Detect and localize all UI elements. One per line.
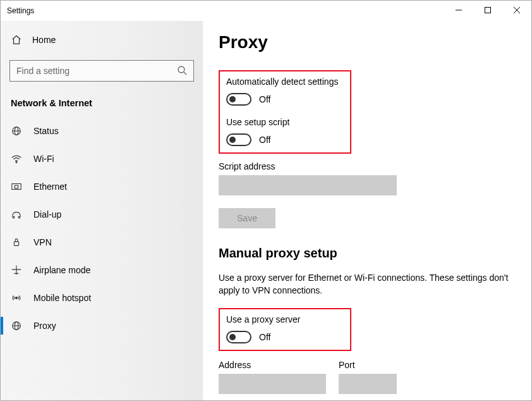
sidebar-item-hotspot[interactable]: Mobile hotspot: [1, 284, 203, 312]
sidebar-item-label: Airplane mode: [33, 265, 90, 275]
airplane-icon: [11, 264, 22, 276]
proxy-icon: [11, 320, 22, 331]
sidebar-item-proxy[interactable]: Proxy: [1, 312, 203, 340]
svg-rect-14: [14, 242, 18, 245]
vpn-icon: [11, 237, 22, 248]
svg-point-15: [16, 297, 18, 299]
use-proxy-state: Off: [259, 332, 270, 342]
script-address-label: Script address: [219, 161, 516, 171]
sidebar-item-label: Wi-Fi: [33, 154, 54, 164]
ethernet-icon: [11, 181, 22, 192]
window-title: Settings: [7, 6, 34, 15]
search-box[interactable]: [9, 60, 194, 82]
maximize-button[interactable]: [473, 1, 502, 20]
sidebar-item-airplane[interactable]: Airplane mode: [1, 256, 203, 284]
window-controls: [444, 1, 531, 20]
address-label: Address: [219, 360, 326, 370]
svg-line-5: [184, 72, 186, 75]
manual-description: Use a proxy server for Ethernet or Wi-Fi…: [219, 272, 509, 297]
sidebar-item-status[interactable]: Status: [1, 117, 203, 145]
svg-point-4: [178, 66, 184, 73]
sidebar: Home Network & Internet Status Wi-Fi E: [1, 21, 203, 400]
address-input[interactable]: [219, 374, 326, 394]
sidebar-item-ethernet[interactable]: Ethernet: [1, 173, 203, 200]
save-button[interactable]: Save: [219, 208, 275, 228]
sidebar-item-label: Ethernet: [33, 182, 67, 192]
hotspot-icon: [11, 292, 22, 304]
home-label: Home: [32, 35, 56, 45]
sidebar-item-label: VPN: [33, 237, 52, 247]
sidebar-item-wifi[interactable]: Wi-Fi: [1, 145, 203, 173]
home-icon: [11, 34, 22, 46]
home-nav[interactable]: Home: [1, 27, 203, 52]
wifi-icon: [11, 153, 22, 164]
svg-point-13: [18, 216, 20, 218]
sidebar-item-label: Dial-up: [33, 209, 61, 219]
auto-detect-toggle[interactable]: [226, 93, 251, 106]
auto-detect-state: Off: [259, 94, 270, 104]
content-area: Proxy Automatically detect settings Off …: [203, 21, 531, 400]
section-label: Network & Internet: [11, 98, 203, 108]
sidebar-item-vpn[interactable]: VPN: [1, 228, 203, 256]
svg-point-12: [13, 216, 15, 218]
port-label: Port: [339, 360, 397, 370]
port-input[interactable]: [339, 374, 397, 394]
manual-heading: Manual proxy setup: [219, 246, 516, 261]
svg-rect-11: [15, 185, 18, 188]
page-title: Proxy: [219, 32, 516, 52]
auto-detect-label: Automatically detect settings: [226, 77, 344, 87]
svg-point-9: [16, 162, 17, 163]
script-address-input[interactable]: [219, 175, 397, 195]
search-icon: [177, 65, 187, 77]
highlight-manual-section: Use a proxy server Off: [219, 308, 351, 351]
highlight-automatic-section: Automatically detect settings Off Use se…: [219, 70, 351, 154]
dialup-icon: [11, 209, 22, 220]
sidebar-item-label: Mobile hotspot: [33, 293, 91, 303]
minimize-button[interactable]: [444, 1, 473, 20]
search-input[interactable]: [16, 66, 177, 76]
svg-rect-1: [485, 8, 491, 13]
close-button[interactable]: [502, 1, 531, 20]
use-proxy-label: Use a proxy server: [226, 314, 344, 324]
use-proxy-toggle[interactable]: [226, 331, 251, 343]
setup-script-state: Off: [259, 135, 270, 145]
sidebar-item-dialup[interactable]: Dial-up: [1, 200, 203, 228]
setup-script-toggle[interactable]: [226, 133, 251, 146]
setup-script-label: Use setup script: [226, 117, 344, 127]
sidebar-item-label: Proxy: [33, 321, 56, 331]
status-icon: [11, 125, 22, 137]
sidebar-item-label: Status: [33, 126, 59, 136]
